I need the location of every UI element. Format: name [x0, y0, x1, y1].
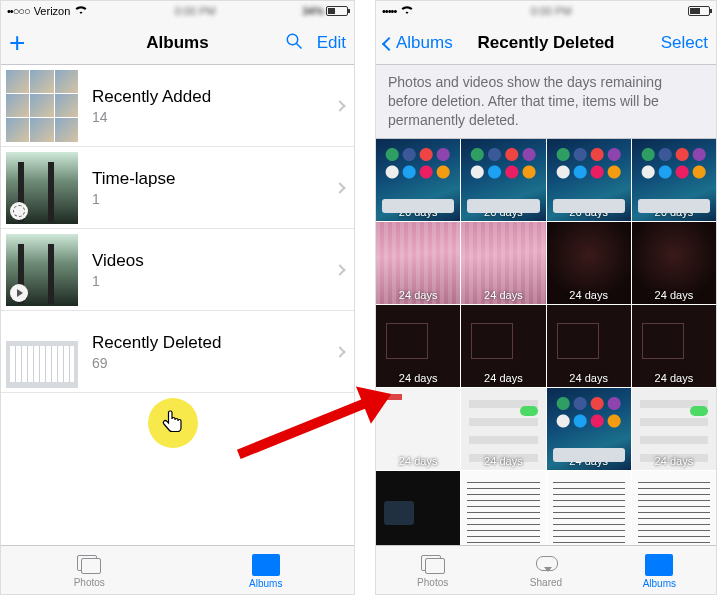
deleted-photo-cell[interactable]: 24 days: [376, 222, 460, 304]
days-remaining-label: 24 days: [632, 455, 716, 467]
tap-cursor-annotation: [148, 398, 198, 448]
albums-icon: [252, 554, 280, 576]
deleted-photo-cell[interactable]: 24 days: [461, 222, 545, 304]
photos-icon: [75, 553, 103, 575]
deleted-photo-cell[interactable]: [547, 471, 631, 549]
carrier-label: Verizon: [34, 5, 71, 17]
tab-label: Photos: [74, 577, 105, 588]
days-remaining-label: 26 days: [461, 206, 545, 218]
back-button[interactable]: Albums: [384, 33, 453, 53]
deletion-info-text: Photos and videos show the days remainin…: [376, 65, 716, 139]
days-remaining-label: 24 days: [376, 455, 460, 467]
days-remaining-label: 24 days: [376, 372, 460, 384]
chevron-right-icon: [334, 182, 345, 193]
shared-icon: [532, 553, 560, 575]
days-remaining-label: 24 days: [461, 455, 545, 467]
tab-label: Albums: [249, 578, 282, 589]
album-thumb: [6, 316, 78, 388]
deleted-photo-cell[interactable]: [632, 471, 716, 549]
album-thumb: [6, 234, 78, 306]
wifi-icon: [74, 5, 88, 17]
signal-dots: •••••: [382, 5, 396, 17]
days-remaining-label: 26 days: [632, 206, 716, 218]
play-icon: [10, 284, 28, 302]
photos-icon: [419, 553, 447, 575]
days-remaining-label: 26 days: [547, 206, 631, 218]
add-album-button[interactable]: +: [9, 29, 25, 57]
chevron-right-icon: [334, 100, 345, 111]
album-row-recently-added[interactable]: Recently Added 14: [1, 65, 354, 147]
nav-bar: + Albums Edit: [1, 21, 354, 65]
album-name: Time-lapse: [92, 169, 336, 189]
battery-indicator: [688, 6, 710, 16]
days-remaining-label: 26 days: [376, 206, 460, 218]
album-name: Videos: [92, 251, 336, 271]
deleted-photo-cell[interactable]: 24 days: [547, 388, 631, 470]
album-count: 1: [92, 273, 336, 289]
tab-photos[interactable]: Photos: [1, 546, 178, 594]
album-thumb: [6, 152, 78, 224]
album-row-videos[interactable]: Videos 1: [1, 229, 354, 311]
days-remaining-label: 24 days: [376, 289, 460, 301]
deleted-photos-grid[interactable]: 26 days26 days26 days26 days24 days24 da…: [376, 139, 716, 549]
edit-button[interactable]: Edit: [317, 33, 346, 53]
timelapse-icon: [10, 202, 28, 220]
status-bar: ••○○○ Verizon 0:00 PM 34%: [1, 1, 354, 21]
chevron-right-icon: [334, 264, 345, 275]
tab-bar: Photos Albums: [1, 545, 354, 594]
album-name: Recently Added: [92, 87, 336, 107]
album-row-time-lapse[interactable]: Time-lapse 1: [1, 147, 354, 229]
deleted-photo-cell[interactable]: 24 days: [632, 388, 716, 470]
deleted-photo-cell[interactable]: 26 days: [547, 139, 631, 221]
days-remaining-label: 24 days: [632, 289, 716, 301]
nav-bar: Albums Recently Deleted Select: [376, 21, 716, 65]
deleted-photo-cell[interactable]: [461, 471, 545, 549]
tab-albums[interactable]: Albums: [603, 546, 716, 594]
deleted-photo-cell[interactable]: 26 days: [632, 139, 716, 221]
tab-shared[interactable]: Shared: [489, 546, 602, 594]
albums-screen: ••○○○ Verizon 0:00 PM 34% + Albums Edit …: [0, 0, 355, 595]
tab-albums[interactable]: Albums: [178, 546, 355, 594]
tab-bar: Photos Shared Albums: [376, 545, 716, 594]
tab-label: Photos: [417, 577, 448, 588]
recently-deleted-screen: ••••• 0:00 PM Albums Recently Deleted Se…: [375, 0, 717, 595]
signal-dots: ••○○○: [7, 5, 30, 17]
deleted-photo-cell[interactable]: 24 days: [461, 388, 545, 470]
days-remaining-label: 24 days: [547, 289, 631, 301]
deleted-photo-cell[interactable]: 26 days: [376, 139, 460, 221]
deleted-photo-cell[interactable]: 24 days: [376, 305, 460, 387]
album-count: 69: [92, 355, 336, 371]
deleted-photo-cell[interactable]: 24 days: [376, 388, 460, 470]
album-count: 1: [92, 191, 336, 207]
deleted-photo-cell[interactable]: [376, 471, 460, 549]
select-button[interactable]: Select: [661, 33, 708, 53]
days-remaining-label: 24 days: [461, 372, 545, 384]
days-remaining-label: 24 days: [461, 289, 545, 301]
album-list[interactable]: Recently Added 14 Time-lapse 1 Videos 1: [1, 65, 354, 545]
days-remaining-label: 24 days: [632, 372, 716, 384]
search-icon[interactable]: [285, 32, 303, 54]
chevron-right-icon: [334, 346, 345, 357]
deleted-photo-cell[interactable]: 24 days: [632, 222, 716, 304]
wifi-icon: [400, 5, 414, 17]
tab-photos[interactable]: Photos: [376, 546, 489, 594]
deleted-photo-cell[interactable]: 24 days: [547, 305, 631, 387]
albums-icon: [645, 554, 673, 576]
svg-line-1: [296, 43, 301, 48]
deleted-photo-cell[interactable]: 24 days: [547, 222, 631, 304]
album-name: Recently Deleted: [92, 333, 336, 353]
status-bar: ••••• 0:00 PM: [376, 1, 716, 21]
album-row-recently-deleted[interactable]: Recently Deleted 69: [1, 311, 354, 393]
days-remaining-label: 24 days: [547, 455, 631, 467]
chevron-left-icon: [382, 36, 396, 50]
deleted-photo-cell[interactable]: 24 days: [632, 305, 716, 387]
status-time: 0:00 PM: [88, 5, 302, 17]
album-count: 14: [92, 109, 336, 125]
tab-label: Albums: [643, 578, 676, 589]
status-time: 0:00 PM: [414, 5, 688, 17]
deleted-photo-cell[interactable]: 24 days: [461, 305, 545, 387]
deleted-photo-cell[interactable]: 26 days: [461, 139, 545, 221]
svg-point-0: [287, 34, 298, 45]
battery-indicator: 34%: [302, 5, 348, 17]
days-remaining-label: 24 days: [547, 372, 631, 384]
